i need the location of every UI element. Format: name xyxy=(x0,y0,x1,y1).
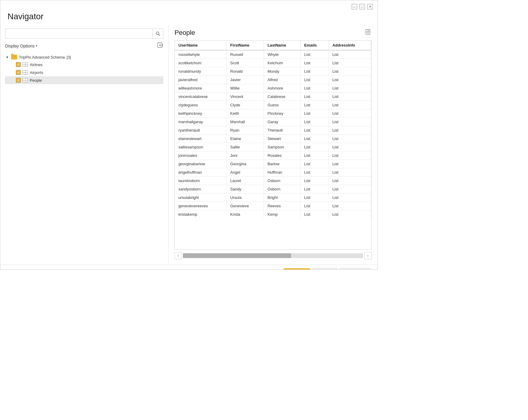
people-checkbox[interactable]: ✓ xyxy=(16,78,21,83)
table-cell-lastname: Rosales xyxy=(264,151,300,160)
table-cell-emails: List xyxy=(300,67,329,76)
table-row: georginabarlowGeorginaBarlowListList xyxy=(175,160,371,168)
table-cell-addressinfo: List xyxy=(329,67,371,76)
tree-item-airlines[interactable]: ✓ Airlines xyxy=(5,61,163,68)
table-cell-emails: List xyxy=(300,76,329,84)
checkmark-icon: ✓ xyxy=(17,63,20,67)
table-row: salliesampsonSallieSampsonListList xyxy=(175,143,371,151)
table-cell-lastname: Huffman xyxy=(264,168,300,177)
refresh-button[interactable] xyxy=(365,29,372,37)
table-icon xyxy=(23,62,28,67)
table-cell-username: genevievereeves xyxy=(175,202,226,210)
table-row: keithpinckneyKeithPinckneyListList xyxy=(175,109,371,118)
left-panel: Display Options ▾ ▼ TripPin Advanced Sch… xyxy=(0,25,168,265)
table-cell-addressinfo: List xyxy=(329,135,371,143)
preview-title: People xyxy=(174,29,195,37)
right-panel: People UserName FirstName LastName xyxy=(168,25,378,265)
table-cell-firstname: Krista xyxy=(226,210,264,219)
close-button[interactable]: ✕ xyxy=(367,4,373,9)
table-cell-firstname: Clyde xyxy=(226,101,264,109)
table-cell-firstname: Elaine xyxy=(226,135,264,143)
table-cell-username: keithpinckney xyxy=(175,109,226,118)
table-cell-emails: List xyxy=(300,59,329,67)
page-title: Navigator xyxy=(0,9,378,25)
tree-folder-badge: [3] xyxy=(67,55,71,59)
svg-point-0 xyxy=(156,32,159,35)
search-input[interactable] xyxy=(5,30,152,37)
table-cell-username: angelhuffman xyxy=(175,168,226,177)
import-icon xyxy=(157,42,163,48)
table-cell-addressinfo: List xyxy=(329,151,371,160)
airports-checkbox[interactable]: ✓ xyxy=(16,70,21,75)
minimize-button[interactable]: — xyxy=(352,4,357,9)
airlines-checkbox[interactable]: ✓ xyxy=(16,62,21,67)
table-cell-addressinfo: List xyxy=(329,177,371,185)
chevron-down-icon: ▾ xyxy=(36,44,37,47)
data-table: UserName FirstName LastName Emails Addre… xyxy=(175,41,371,218)
scroll-left-button[interactable]: ‹ xyxy=(174,252,182,259)
table-cell-lastname: Kemp xyxy=(264,210,300,219)
col-header-addressinfo: AddressInfo xyxy=(329,41,371,50)
table-row: laurelosbornLaurelOsbornListList xyxy=(175,177,371,185)
table-cell-addressinfo: List xyxy=(329,76,371,84)
table-cell-firstname: Ronald xyxy=(226,67,264,76)
table-cell-username: kristakemp xyxy=(175,210,226,219)
col-header-firstname: FirstName xyxy=(226,41,264,50)
maximize-button[interactable]: □ xyxy=(360,4,365,9)
table-cell-lastname: Pinckney xyxy=(264,109,300,118)
checkmark-icon: ✓ xyxy=(17,71,20,75)
table-cell-lastname: Osborn xyxy=(264,177,300,185)
table-cell-lastname: Alfred xyxy=(264,76,300,84)
window-controls: — □ ✕ xyxy=(352,4,373,9)
table-row: kristakempKristaKempListList xyxy=(175,210,371,219)
table-cell-firstname: Ryan xyxy=(226,126,264,135)
table-cell-firstname: Keith xyxy=(226,109,264,118)
table-row: ryantheriaultRyanTheriaultListList xyxy=(175,126,371,135)
airlines-label: Airlines xyxy=(30,62,43,67)
table-row: elainestewartElaineStewartListList xyxy=(175,135,371,143)
table-cell-addressinfo: List xyxy=(329,168,371,177)
airports-label: Airports xyxy=(30,70,43,75)
svg-rect-2 xyxy=(158,43,162,47)
table-cell-addressinfo: List xyxy=(329,210,371,219)
table-cell-emails: List xyxy=(300,193,329,202)
preview-header: People xyxy=(174,29,372,37)
table-cell-emails: List xyxy=(300,143,329,151)
table-cell-emails: List xyxy=(300,151,329,160)
import-icon-button[interactable] xyxy=(157,42,163,50)
table-cell-addressinfo: List xyxy=(329,93,371,101)
table-row: russellwhyteRussellWhyteListList xyxy=(175,50,371,59)
title-bar: — □ ✕ xyxy=(0,0,378,9)
table-cell-firstname: Laurel xyxy=(226,177,264,185)
table-cell-addressinfo: List xyxy=(329,202,371,210)
table-row: clydeguessClydeGuessListList xyxy=(175,101,371,109)
tree: ▼ TripPin Advanced Schema [3] ✓ Airlines xyxy=(5,53,163,261)
table-cell-lastname: Guess xyxy=(264,101,300,109)
table-cell-firstname: Vincent xyxy=(226,93,264,101)
tree-folder[interactable]: ▼ TripPin Advanced Schema [3] xyxy=(5,53,163,61)
load-button[interactable]: Load xyxy=(284,268,310,270)
table-cell-firstname: Georgina xyxy=(226,160,264,168)
table-cell-addressinfo: List xyxy=(329,185,371,193)
tree-item-people[interactable]: ✓ People xyxy=(5,76,163,84)
table-cell-emails: List xyxy=(300,126,329,135)
table-cell-firstname: Willie xyxy=(226,84,264,93)
refresh-icon xyxy=(365,29,372,35)
edit-button[interactable]: Edit xyxy=(313,268,337,270)
search-button[interactable] xyxy=(152,29,163,38)
tree-item-airports[interactable]: ✓ Airports xyxy=(5,68,163,76)
table-body: russellwhyteRussellWhyteListListscottket… xyxy=(175,50,371,218)
table-cell-lastname: Bright xyxy=(264,193,300,202)
table-cell-username: salliesampson xyxy=(175,143,226,151)
cancel-button[interactable]: Cancel xyxy=(340,268,370,270)
checkmark-icon: ✓ xyxy=(17,78,20,82)
table-cell-emails: List xyxy=(300,84,329,93)
table-cell-lastname: Garay xyxy=(264,118,300,126)
scroll-right-button[interactable]: › xyxy=(364,252,372,259)
table-cell-firstname: Russell xyxy=(226,50,264,59)
table-cell-username: sandyosborn xyxy=(175,185,226,193)
scroll-thumb xyxy=(183,253,291,258)
table-cell-firstname: Genevieve xyxy=(226,202,264,210)
scroll-track[interactable] xyxy=(183,253,363,258)
display-options-button[interactable]: Display Options ▾ xyxy=(5,44,37,48)
